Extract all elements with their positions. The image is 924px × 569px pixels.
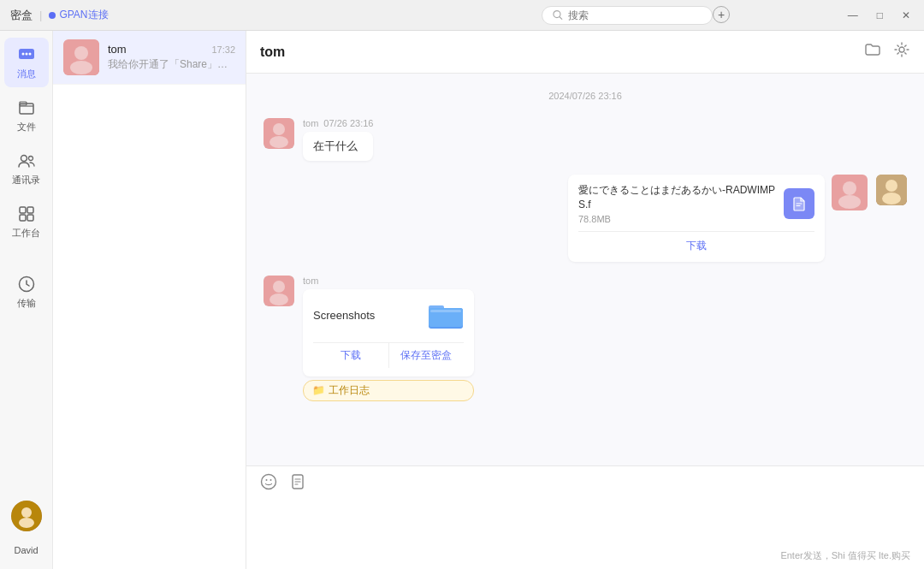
sidebar-contacts-label: 通讯录 xyxy=(12,174,40,187)
attach-button[interactable] xyxy=(289,473,306,495)
messages-icon xyxy=(16,44,37,65)
chat-header: tom xyxy=(246,31,924,74)
folder-header-icon[interactable] xyxy=(864,41,881,62)
svg-rect-13 xyxy=(27,215,33,221)
msg-sender-time-3: tom xyxy=(303,276,474,286)
sidebar-item-files[interactable]: 文件 xyxy=(4,91,49,140)
svg-point-4 xyxy=(25,53,27,56)
svg-point-9 xyxy=(28,157,33,161)
gpan-badge: GPAN连接 xyxy=(49,8,108,22)
svg-point-24 xyxy=(270,136,288,148)
workbench-icon xyxy=(16,204,37,224)
svg-point-32 xyxy=(273,281,285,293)
file-name-2: 愛にできることはまだあるかい-RADWIMPS.f xyxy=(578,183,775,212)
contact-info-tom: tom 17:32 我给你开通了「Share」可... xyxy=(108,43,235,72)
svg-point-8 xyxy=(21,156,27,162)
contact-preview: 我给你开通了「Share」可... xyxy=(108,57,235,72)
folder-icon xyxy=(428,298,464,334)
minimize-button[interactable]: — xyxy=(844,8,862,23)
header-icons xyxy=(864,41,910,62)
folder-actions: 下载 保存至密盒 xyxy=(313,342,464,368)
search-input[interactable] xyxy=(568,9,702,21)
svg-rect-11 xyxy=(27,207,33,213)
divider-pipe: | xyxy=(39,9,42,21)
messages-container: 2024/07/26 23:16 tom 07/26 23:16 在干什么 xyxy=(246,74,924,465)
message-row-2: 愛にできることはまだあるかい-RADWIMPS.f 78.8MB xyxy=(264,175,907,262)
search-icon xyxy=(553,9,563,21)
svg-point-26 xyxy=(886,180,897,192)
svg-rect-10 xyxy=(20,207,26,213)
sidebar-item-workbench[interactable]: 工作台 xyxy=(4,197,49,246)
folder-msg-wrapper: Screenshots xyxy=(303,289,474,376)
folder-download-btn[interactable]: 下载 xyxy=(313,343,388,368)
folder-info: Screenshots xyxy=(313,309,419,322)
transfer-icon xyxy=(16,274,37,294)
sidebar-workbench-label: 工作台 xyxy=(12,227,40,240)
file-download-btn-2[interactable]: 下载 xyxy=(578,231,814,253)
user-avatar[interactable] xyxy=(11,501,42,531)
titlebar: 密盒 | GPAN连接 + — □ ✕ xyxy=(0,0,924,31)
sidebar-item-messages[interactable]: 消息 xyxy=(4,38,49,87)
svg-point-17 xyxy=(19,518,34,528)
msg-sender-3: tom xyxy=(303,276,318,286)
message-row-3: tom Screenshots xyxy=(264,276,907,401)
svg-line-1 xyxy=(560,17,562,20)
contact-item-tom[interactable]: tom 17:32 我给你开通了「Share」可... xyxy=(53,31,246,85)
main-layout: 消息 文件 通讯录 xyxy=(0,31,924,569)
file-icon-2 xyxy=(784,188,814,219)
sidebar-item-transfer[interactable]: 传输 xyxy=(4,267,49,317)
msg-avatar-tom-3 xyxy=(264,276,294,306)
maximize-button[interactable]: □ xyxy=(874,8,886,23)
svg-point-3 xyxy=(21,53,24,56)
input-footer: Enter发送，Shi 值得买 Ite.购买 xyxy=(260,546,910,566)
contact-name-row: tom 17:32 xyxy=(108,43,235,56)
files-icon xyxy=(16,98,37,118)
folder-save-btn[interactable]: 保存至密盒 xyxy=(388,343,465,368)
emoji-button[interactable] xyxy=(260,473,277,495)
input-toolbar xyxy=(260,473,910,495)
svg-rect-12 xyxy=(20,215,26,221)
plus-icon: + xyxy=(718,9,725,21)
svg-point-20 xyxy=(70,61,92,74)
sidebar-files-label: 文件 xyxy=(17,121,36,133)
chat-contact-name: tom xyxy=(260,44,864,60)
input-area: Enter发送，Shi 值得买 Ite.购买 xyxy=(246,465,924,569)
file-msg-2: 愛にできることはまだあるかい-RADWIMPS.f 78.8MB xyxy=(578,183,814,224)
file-thumbnail xyxy=(832,175,868,210)
file-info-2: 愛にできることはまだあるかい-RADWIMPS.f 78.8MB xyxy=(578,183,775,224)
svg-point-29 xyxy=(843,181,856,195)
settings-header-icon[interactable] xyxy=(893,41,910,62)
msg-sender-time-1: tom 07/26 23:16 xyxy=(303,118,373,128)
sidebar: 消息 文件 通讯录 xyxy=(0,31,53,569)
input-hint: Enter发送，Shi 值得买 Ite.购买 xyxy=(780,549,910,562)
sidebar-item-contacts[interactable]: 通讯录 xyxy=(4,144,49,193)
message-input[interactable] xyxy=(260,500,910,542)
chat-area: tom 2024/07/26 23:16 xyxy=(246,31,924,569)
tag-pill[interactable]: 📁 工作日志 xyxy=(303,380,474,401)
add-button[interactable]: + xyxy=(713,6,730,23)
contact-name: tom xyxy=(108,43,127,56)
close-button[interactable]: ✕ xyxy=(898,8,914,23)
file-size-2: 78.8MB xyxy=(578,214,775,224)
sidebar-transfer-label: 传输 xyxy=(17,297,36,310)
contact-avatar-tom xyxy=(63,39,99,75)
sidebar-messages-label: 消息 xyxy=(17,68,36,80)
folder-name: Screenshots xyxy=(313,309,419,322)
svg-point-16 xyxy=(21,507,32,518)
titlebar-left: 密盒 | GPAN连接 xyxy=(10,8,427,23)
msg-avatar-tom-1 xyxy=(264,118,294,149)
msg-avatar-david xyxy=(876,175,907,205)
svg-point-27 xyxy=(882,193,901,204)
contacts-icon xyxy=(16,151,37,171)
message-content-1: tom 07/26 23:16 在干什么 xyxy=(303,118,373,161)
window-controls: — □ ✕ xyxy=(844,8,914,23)
contact-time: 17:32 xyxy=(211,44,235,55)
msg-bubble-1: 在干什么 xyxy=(303,132,373,161)
titlebar-center: + xyxy=(427,6,844,25)
svg-point-33 xyxy=(270,293,288,305)
svg-point-21 xyxy=(899,47,904,52)
search-bar[interactable] xyxy=(542,6,713,25)
message-row-1: tom 07/26 23:16 在干什么 xyxy=(264,118,907,161)
svg-point-5 xyxy=(28,53,31,56)
svg-point-30 xyxy=(838,195,861,209)
